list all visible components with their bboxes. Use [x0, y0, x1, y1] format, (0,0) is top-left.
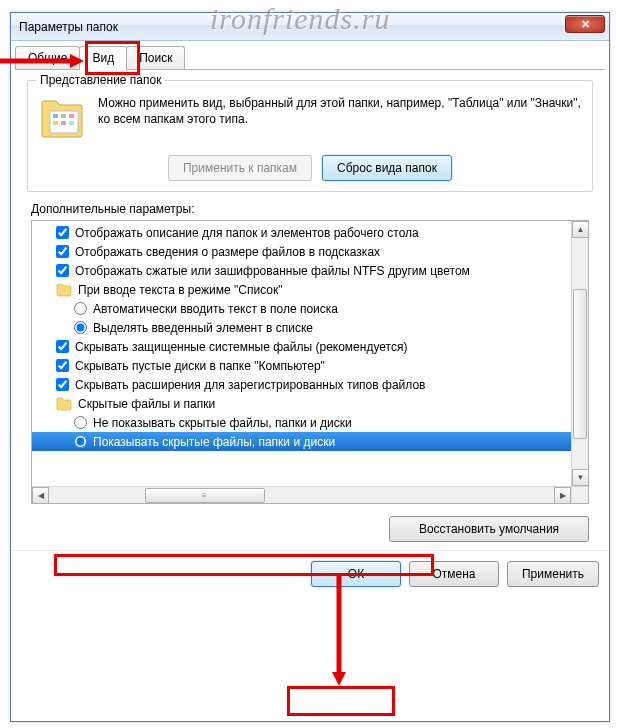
list-item-label: Выделять введенный элемент в списке — [93, 321, 313, 335]
vertical-scrollbar[interactable]: ▲ ▼ — [571, 221, 588, 486]
tab-search[interactable]: Поиск — [126, 46, 185, 69]
dialog-button-row: ОК Отмена Применить — [11, 550, 609, 597]
checkbox[interactable] — [56, 359, 69, 372]
list-item[interactable]: Автоматически вводить текст в поле поиск… — [32, 299, 589, 318]
list-item[interactable]: Отображать описание для папок и элементо… — [32, 223, 589, 242]
horizontal-scroll-thumb[interactable]: ≡ — [145, 488, 265, 503]
folder-views-icon — [38, 95, 86, 143]
folder-icon — [56, 283, 72, 297]
checkbox[interactable] — [56, 226, 69, 239]
list-item-label: Скрывать расширения для зарегистрированн… — [75, 378, 425, 392]
folder-views-legend: Представление папок — [36, 73, 165, 87]
folder-views-group: Представление папок Можно применить вид,… — [27, 80, 593, 192]
svg-rect-3 — [69, 114, 74, 118]
scroll-right-button[interactable]: ▶ — [554, 487, 571, 504]
radio[interactable] — [74, 321, 87, 334]
list-item-label: Отображать описание для папок и элементо… — [75, 226, 419, 240]
list-item-label: Скрывать пустые диски в папке "Компьютер… — [75, 359, 325, 373]
radio[interactable] — [74, 302, 87, 315]
scroll-down-button[interactable]: ▼ — [572, 469, 589, 486]
folder-views-description: Можно применить вид, выбранный для этой … — [98, 95, 582, 127]
list-item[interactable]: Показывать скрытые файлы, папки и диски — [32, 432, 589, 451]
titlebar: Параметры папок ✕ — [11, 13, 609, 41]
list-item[interactable]: Выделять введенный элемент в списке — [32, 318, 589, 337]
list-item[interactable]: Не показывать скрытые файлы, папки и дис… — [32, 413, 589, 432]
tab-view[interactable]: Вид — [79, 46, 127, 70]
close-icon: ✕ — [581, 18, 590, 31]
list-item[interactable]: Скрывать пустые диски в папке "Компьютер… — [32, 356, 589, 375]
close-button[interactable]: ✕ — [565, 15, 605, 33]
advanced-settings-list[interactable]: Отображать описание для папок и элементо… — [31, 220, 589, 504]
folder-options-window: Параметры папок ✕ Общие Вид Поиск Предст… — [10, 12, 610, 722]
advanced-settings-label: Дополнительные параметры: — [31, 202, 589, 216]
checkbox[interactable] — [56, 378, 69, 391]
list-item-label: Показывать скрытые файлы, папки и диски — [93, 435, 335, 449]
apply-to-folders-button: Применить к папкам — [168, 155, 312, 181]
tab-general[interactable]: Общие — [15, 46, 80, 69]
apply-button[interactable]: Применить — [507, 561, 599, 587]
vertical-scroll-thumb[interactable] — [573, 289, 587, 439]
scroll-corner — [571, 486, 588, 503]
tab-strip: Общие Вид Поиск — [11, 41, 609, 69]
list-item-label: Не показывать скрытые файлы, папки и дис… — [93, 416, 352, 430]
checkbox[interactable] — [56, 340, 69, 353]
scroll-up-button[interactable]: ▲ — [572, 221, 589, 238]
restore-defaults-button[interactable]: Восстановить умолчания — [389, 516, 589, 542]
list-item-label: Скрывать защищенные системные файлы (рек… — [75, 340, 407, 354]
list-item[interactable]: Отображать сжатые или зашифрованные файл… — [32, 261, 589, 280]
reset-folders-button[interactable]: Сброс вида папок — [322, 155, 452, 181]
checkbox[interactable] — [56, 245, 69, 258]
radio[interactable] — [74, 435, 87, 448]
list-item[interactable]: При вводе текста в режиме "Список" — [32, 280, 589, 299]
list-item[interactable]: Скрывать защищенные системные файлы (рек… — [32, 337, 589, 356]
svg-rect-2 — [61, 114, 66, 118]
cancel-button[interactable]: Отмена — [409, 561, 499, 587]
list-item[interactable]: Скрытые файлы и папки — [32, 394, 589, 413]
list-item-label: Скрытые файлы и папки — [78, 397, 215, 411]
folder-icon — [56, 397, 72, 411]
radio[interactable] — [74, 416, 87, 429]
tab-body-view: Представление папок Можно применить вид,… — [15, 69, 605, 542]
window-title: Параметры папок — [19, 20, 118, 34]
svg-rect-5 — [61, 121, 66, 125]
list-item[interactable]: Скрывать расширения для зарегистрированн… — [32, 375, 589, 394]
list-item[interactable]: Отображать сведения о размере файлов в п… — [32, 242, 589, 261]
svg-rect-6 — [69, 121, 74, 125]
ok-button[interactable]: ОК — [311, 561, 401, 587]
scroll-left-button[interactable]: ◀ — [32, 487, 49, 504]
horizontal-scrollbar[interactable]: ◀ ≡ ▶ — [32, 486, 571, 503]
checkbox[interactable] — [56, 264, 69, 277]
list-item-label: Автоматически вводить текст в поле поиск… — [93, 302, 338, 316]
list-item-label: Отображать сжатые или зашифрованные файл… — [75, 264, 470, 278]
list-item-label: Отображать сведения о размере файлов в п… — [75, 245, 380, 259]
list-item-label: При вводе текста в режиме "Список" — [78, 283, 283, 297]
svg-rect-1 — [53, 114, 58, 118]
svg-rect-4 — [53, 121, 58, 125]
